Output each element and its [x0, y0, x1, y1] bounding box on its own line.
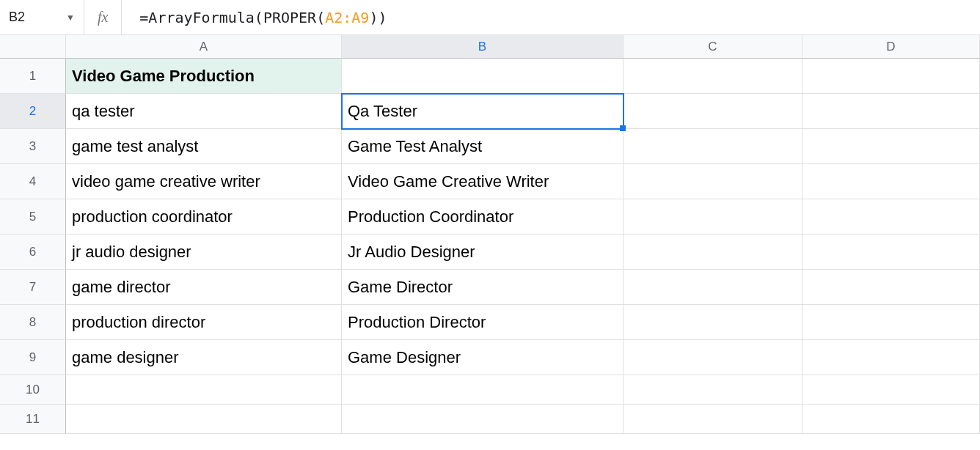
cell-b3[interactable]: Game Test Analyst — [342, 129, 624, 164]
column-headers: A B C D — [0, 35, 980, 59]
name-box-dropdown[interactable]: ▼ — [66, 0, 84, 34]
name-box[interactable]: B2 — [0, 0, 66, 34]
cell-a2[interactable]: qa tester — [66, 94, 342, 129]
column-header-d[interactable]: D — [802, 35, 980, 59]
cell-a6[interactable]: jr audio designer — [66, 235, 342, 270]
cell-a4[interactable]: video game creative writer — [66, 164, 342, 199]
row-header[interactable]: 5 — [0, 199, 66, 235]
cell-b2[interactable]: Qa Tester — [342, 94, 624, 129]
cell-c2[interactable] — [624, 94, 802, 129]
chevron-down-icon: ▼ — [66, 12, 75, 23]
cell-c4[interactable] — [624, 164, 802, 199]
cell-a7[interactable]: game director — [66, 270, 342, 305]
cell-b6[interactable]: Jr Audio Designer — [342, 235, 624, 270]
cell-value: Qa Tester — [348, 102, 417, 121]
cell-b5[interactable]: Production Coordinator — [342, 199, 624, 235]
cell-c6[interactable] — [624, 235, 802, 270]
cell-c11[interactable] — [624, 405, 802, 434]
cell-a9[interactable]: game designer — [66, 340, 342, 375]
cell-d8[interactable] — [802, 305, 980, 340]
column-header-b[interactable]: B — [342, 35, 624, 59]
select-all-corner[interactable] — [0, 35, 66, 59]
cell-a10[interactable] — [66, 375, 342, 405]
cell-a1[interactable]: Video Game Production — [66, 59, 342, 94]
row-header[interactable]: 4 — [0, 164, 66, 199]
row-header[interactable]: 10 — [0, 375, 66, 405]
table-row: 4 video game creative writer Video Game … — [0, 164, 980, 199]
table-row: 8 production director Production Directo… — [0, 305, 980, 340]
formula-bar: B2 ▼ fx =ArrayFormula(PROPER(A2:A9)) — [0, 0, 980, 35]
cell-b11[interactable] — [342, 405, 624, 434]
row-header[interactable]: 11 — [0, 405, 66, 434]
table-row: 6 jr audio designer Jr Audio Designer — [0, 235, 980, 270]
cell-d10[interactable] — [802, 375, 980, 405]
fx-icon: fx — [98, 9, 108, 26]
formula-range: A2:A9 — [325, 9, 369, 26]
table-row: 3 game test analyst Game Test Analyst — [0, 129, 980, 164]
cell-d9[interactable] — [802, 340, 980, 375]
table-row: 5 production coordinator Production Coor… — [0, 199, 980, 235]
cell-d1[interactable] — [802, 59, 980, 94]
cell-d4[interactable] — [802, 164, 980, 199]
cell-a11[interactable] — [66, 405, 342, 434]
selection-handle[interactable] — [620, 125, 626, 131]
cell-d5[interactable] — [802, 199, 980, 235]
cell-c8[interactable] — [624, 305, 802, 340]
row-header[interactable]: 3 — [0, 129, 66, 164]
row-header[interactable]: 8 — [0, 305, 66, 340]
row-header[interactable]: 7 — [0, 270, 66, 305]
cell-d6[interactable] — [802, 235, 980, 270]
formula-prefix: =ArrayFormula(PROPER( — [139, 9, 325, 26]
cell-b1[interactable] — [342, 59, 624, 94]
cell-a3[interactable]: game test analyst — [66, 129, 342, 164]
formula-input[interactable]: =ArrayFormula(PROPER(A2:A9)) — [122, 0, 980, 34]
row-header[interactable]: 9 — [0, 340, 66, 375]
cell-c7[interactable] — [624, 270, 802, 305]
cell-c5[interactable] — [624, 199, 802, 235]
table-row: 2 qa tester Qa Tester — [0, 94, 980, 129]
cell-d2[interactable] — [802, 94, 980, 129]
table-row: 10 — [0, 375, 980, 405]
grid-body: 1 Video Game Production 2 qa tester Qa T… — [0, 59, 980, 434]
column-header-a[interactable]: A — [66, 35, 342, 59]
table-row: 9 game designer Game Designer — [0, 340, 980, 375]
cell-b7[interactable]: Game Director — [342, 270, 624, 305]
cell-d3[interactable] — [802, 129, 980, 164]
cell-b4[interactable]: Video Game Creative Writer — [342, 164, 624, 199]
cell-d7[interactable] — [802, 270, 980, 305]
cell-a8[interactable]: production director — [66, 305, 342, 340]
row-header[interactable]: 1 — [0, 59, 66, 94]
cell-b10[interactable] — [342, 375, 624, 405]
table-row: 11 — [0, 405, 980, 434]
cell-c1[interactable] — [624, 59, 802, 94]
fx-label: fx — [84, 0, 122, 34]
cell-b8[interactable]: Production Director — [342, 305, 624, 340]
table-row: 7 game director Game Director — [0, 270, 980, 305]
column-header-c[interactable]: C — [624, 35, 802, 59]
row-header[interactable]: 2 — [0, 94, 66, 129]
cell-c10[interactable] — [624, 375, 802, 405]
cell-c9[interactable] — [624, 340, 802, 375]
formula-suffix: )) — [369, 9, 387, 26]
cell-c3[interactable] — [624, 129, 802, 164]
row-header[interactable]: 6 — [0, 235, 66, 270]
table-row: 1 Video Game Production — [0, 59, 980, 94]
spreadsheet-grid: A B C D 1 Video Game Production 2 qa tes… — [0, 35, 980, 434]
cell-b9[interactable]: Game Designer — [342, 340, 624, 375]
cell-d11[interactable] — [802, 405, 980, 434]
cell-a5[interactable]: production coordinator — [66, 199, 342, 235]
